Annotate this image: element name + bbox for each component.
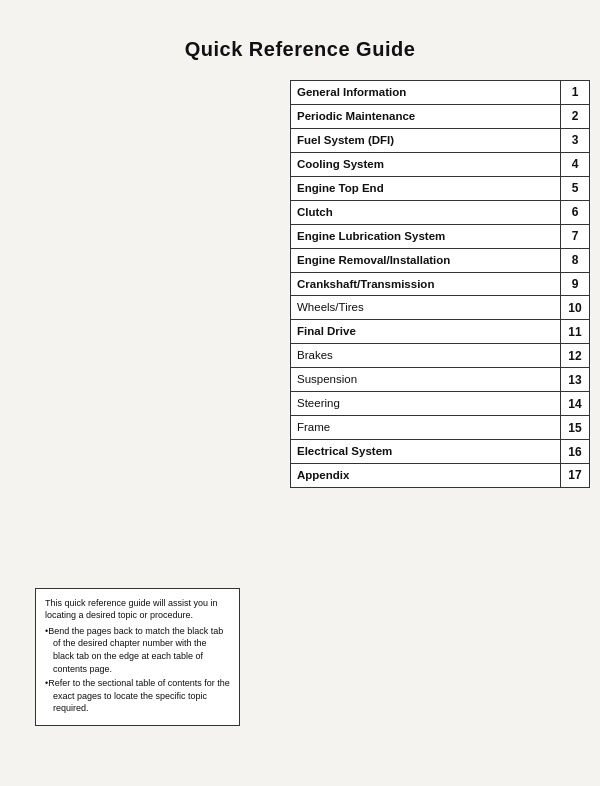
- info-bullet: •Refer to the sectional table of content…: [45, 677, 230, 715]
- toc-number: 5: [561, 177, 589, 200]
- toc-row: Clutch6: [290, 200, 590, 224]
- toc-label: Cooling System: [291, 153, 561, 176]
- toc-label: Steering: [291, 392, 561, 415]
- toc-row: General Information1: [290, 80, 590, 104]
- toc-number: 6: [561, 201, 589, 224]
- toc-number: 2: [561, 105, 589, 128]
- toc-label: Clutch: [291, 201, 561, 224]
- info-intro: This quick reference guide will assist y…: [45, 597, 230, 622]
- toc-label: Final Drive: [291, 320, 561, 343]
- toc-number: 11: [561, 320, 589, 343]
- toc-number: 13: [561, 368, 589, 391]
- toc-label: Periodic Maintenance: [291, 105, 561, 128]
- toc-label: Frame: [291, 416, 561, 439]
- toc-label: Electrical System: [291, 440, 561, 463]
- toc-row: Brakes12: [290, 343, 590, 367]
- toc-row: Periodic Maintenance2: [290, 104, 590, 128]
- page-title: Quick Reference Guide: [0, 0, 600, 81]
- toc-row: Appendix17: [290, 463, 590, 488]
- toc-number: 16: [561, 440, 589, 463]
- page: Quick Reference Guide General Informatio…: [0, 0, 600, 786]
- toc-number: 7: [561, 225, 589, 248]
- toc-label: Engine Removal/Installation: [291, 249, 561, 272]
- toc-row: Wheels/Tires10: [290, 295, 590, 319]
- toc-row: Fuel System (DFI)3: [290, 128, 590, 152]
- toc-label: Engine Top End: [291, 177, 561, 200]
- toc-number: 12: [561, 344, 589, 367]
- info-box: This quick reference guide will assist y…: [35, 588, 240, 726]
- toc-row: Suspension13: [290, 367, 590, 391]
- toc-number: 14: [561, 392, 589, 415]
- toc-number: 15: [561, 416, 589, 439]
- toc-label: Brakes: [291, 344, 561, 367]
- toc-label: Crankshaft/Transmission: [291, 273, 561, 296]
- toc-row: Electrical System16: [290, 439, 590, 463]
- toc-row: Crankshaft/Transmission9: [290, 272, 590, 296]
- toc-row: Cooling System4: [290, 152, 590, 176]
- toc-label: Suspension: [291, 368, 561, 391]
- toc-row: Engine Top End5: [290, 176, 590, 200]
- toc-row: Steering14: [290, 391, 590, 415]
- toc-label: Appendix: [291, 464, 561, 487]
- toc-row: Frame15: [290, 415, 590, 439]
- toc-row: Engine Removal/Installation8: [290, 248, 590, 272]
- toc-label: Engine Lubrication System: [291, 225, 561, 248]
- toc-label: Wheels/Tires: [291, 296, 561, 319]
- toc-container: General Information1Periodic Maintenance…: [290, 80, 590, 488]
- toc-number: 1: [561, 81, 589, 104]
- info-bullet: •Bend the pages back to match the black …: [45, 625, 230, 675]
- toc-number: 10: [561, 296, 589, 319]
- toc-label: Fuel System (DFI): [291, 129, 561, 152]
- toc-row: Final Drive11: [290, 319, 590, 343]
- toc-number: 8: [561, 249, 589, 272]
- toc-number: 17: [561, 464, 589, 487]
- toc-number: 9: [561, 273, 589, 296]
- toc-number: 4: [561, 153, 589, 176]
- toc-number: 3: [561, 129, 589, 152]
- toc-label: General Information: [291, 81, 561, 104]
- toc-row: Engine Lubrication System7: [290, 224, 590, 248]
